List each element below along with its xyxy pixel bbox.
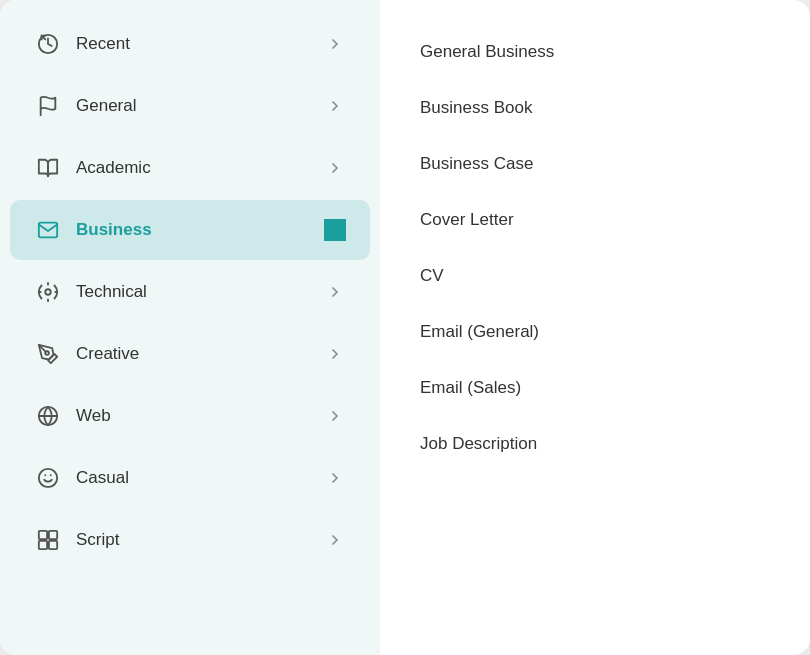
- content-panel: General Business Business Book Business …: [380, 0, 810, 655]
- script-icon: [34, 526, 62, 554]
- sidebar: Recent General: [0, 0, 380, 655]
- business-icon: [34, 216, 62, 244]
- sidebar-item-academic-label: Academic: [76, 158, 324, 178]
- sidebar-item-casual[interactable]: Casual: [10, 448, 370, 508]
- business-chevron: [324, 219, 346, 241]
- svg-point-6: [39, 469, 57, 487]
- sidebar-item-academic[interactable]: Academic: [10, 138, 370, 198]
- sidebar-item-business[interactable]: Business: [10, 200, 370, 260]
- sidebar-item-business-label: Business: [76, 220, 324, 240]
- sidebar-item-general[interactable]: General: [10, 76, 370, 136]
- sidebar-item-web[interactable]: Web: [10, 386, 370, 446]
- technical-icon: [34, 278, 62, 306]
- content-item-0[interactable]: General Business: [420, 24, 770, 80]
- casual-chevron: [324, 467, 346, 489]
- content-item-4[interactable]: CV: [420, 248, 770, 304]
- svg-point-3: [45, 351, 49, 355]
- svg-rect-9: [39, 531, 47, 539]
- content-item-1[interactable]: Business Book: [420, 80, 770, 136]
- sidebar-item-recent-label: Recent: [76, 34, 324, 54]
- main-card: Recent General: [0, 0, 810, 655]
- technical-chevron: [324, 281, 346, 303]
- sidebar-item-creative[interactable]: Creative: [10, 324, 370, 384]
- content-item-3[interactable]: Cover Letter: [420, 192, 770, 248]
- content-item-6[interactable]: Email (Sales): [420, 360, 770, 416]
- recent-chevron: [324, 33, 346, 55]
- content-item-5[interactable]: Email (General): [420, 304, 770, 360]
- sidebar-item-web-label: Web: [76, 406, 324, 426]
- sidebar-item-technical-label: Technical: [76, 282, 324, 302]
- svg-point-2: [45, 289, 51, 295]
- svg-rect-11: [39, 541, 47, 549]
- sidebar-item-general-label: General: [76, 96, 324, 116]
- casual-icon: [34, 464, 62, 492]
- web-chevron: [324, 405, 346, 427]
- svg-rect-12: [49, 541, 57, 549]
- sidebar-item-creative-label: Creative: [76, 344, 324, 364]
- svg-rect-10: [49, 531, 57, 539]
- content-item-7[interactable]: Job Description: [420, 416, 770, 472]
- creative-chevron: [324, 343, 346, 365]
- sidebar-item-technical[interactable]: Technical: [10, 262, 370, 322]
- sidebar-item-recent[interactable]: Recent: [10, 14, 370, 74]
- web-icon: [34, 402, 62, 430]
- recent-icon: [34, 30, 62, 58]
- sidebar-item-script[interactable]: Script: [10, 510, 370, 570]
- general-icon: [34, 92, 62, 120]
- academic-chevron: [324, 157, 346, 179]
- creative-icon: [34, 340, 62, 368]
- content-item-2[interactable]: Business Case: [420, 136, 770, 192]
- sidebar-item-script-label: Script: [76, 530, 324, 550]
- general-chevron: [324, 95, 346, 117]
- script-chevron: [324, 529, 346, 551]
- academic-icon: [34, 154, 62, 182]
- sidebar-item-casual-label: Casual: [76, 468, 324, 488]
